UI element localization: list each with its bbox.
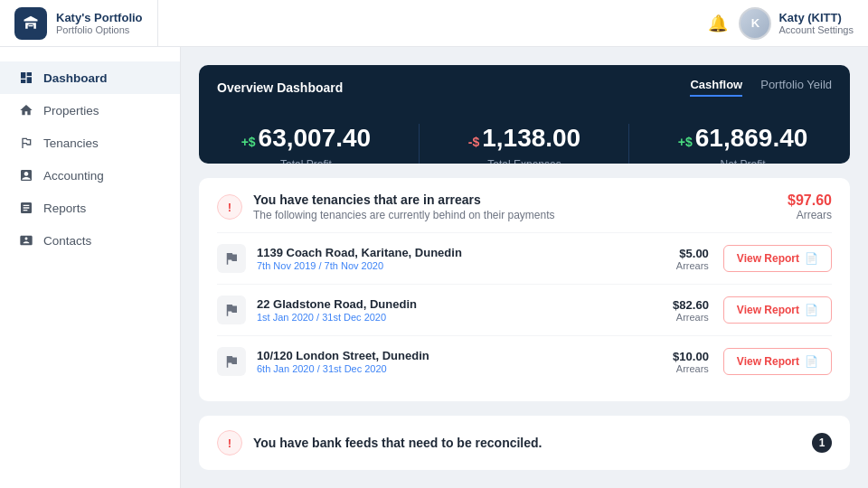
tenancy-row: 10/120 London Street, Dunedin 6th Jan 20… — [217, 335, 832, 387]
metric-value-expenses: 1,138.00 — [482, 124, 580, 152]
layout: Dashboard Properties Tenancies Accountin… — [0, 47, 868, 488]
metric-prefix-net: +$ — [678, 135, 693, 149]
overview-card: Overview Dashboard Cashflow Portfolio Ye… — [199, 65, 850, 164]
tenancies-icon — [18, 135, 34, 151]
sidebar-label-contacts: Contacts — [43, 234, 91, 248]
metric-prefix-expenses: -$ — [468, 135, 479, 149]
sidebar-item-dashboard[interactable]: Dashboard — [0, 61, 180, 94]
tenancy-address-1: 22 Gladstone Road, Dunedin — [257, 297, 417, 311]
home-icon — [18, 102, 34, 118]
sidebar-label-accounting: Accounting — [43, 169, 104, 183]
user-name: Katy (KITT) — [778, 11, 854, 24]
alert-left: ! You have tenancies that are in arrears… — [217, 192, 555, 221]
arrears-card: ! You have tenancies that are in arrears… — [199, 178, 850, 401]
tenancy-address-0: 1139 Coach Road, Karitane, Dunedin — [257, 246, 462, 259]
view-report-button-2[interactable]: View Report 📄 — [723, 348, 832, 375]
tenancy-dates-2: 6th Jan 2020 / 31st Dec 2020 — [257, 363, 429, 374]
metric-value-profit: 63,007.40 — [259, 124, 372, 152]
alert-amount: $97.60 Arrears — [788, 192, 832, 221]
tenancy-row: 22 Gladstone Road, Dunedin 1st Jan 2020 … — [217, 284, 832, 335]
overview-metrics: +$63,007.40 Total Profit -$1,138.00 Tota… — [199, 106, 850, 164]
overview-title: Overview Dashboard — [217, 80, 343, 95]
bell-icon[interactable]: 🔔 — [708, 14, 728, 33]
overview-header: Overview Dashboard Cashflow Portfolio Ye… — [199, 65, 850, 106]
report-icon-1: 📄 — [805, 304, 818, 316]
bank-feeds-card: ! You have bank feeds that need to be re… — [199, 416, 850, 470]
tenancy-icon-2 — [217, 347, 246, 376]
tenancy-amount-1: $82.60 Arrears — [673, 298, 709, 323]
tenancy-left-1: 22 Gladstone Road, Dunedin 1st Jan 2020 … — [217, 296, 417, 324]
bank-feeds-badge: 1 — [812, 433, 832, 453]
reports-icon — [18, 200, 34, 216]
metric-prefix-profit: +$ — [241, 135, 256, 149]
tenancy-icon-1 — [217, 296, 246, 324]
tenancy-right-1: $82.60 Arrears View Report 📄 — [673, 296, 832, 324]
alert-title: You have tenancies that are in arrears — [253, 192, 555, 207]
sidebar-item-accounting[interactable]: Accounting — [0, 159, 180, 192]
tenancy-amount-0: $5.00 Arrears — [676, 247, 709, 271]
alert-subtitle: The following tenancies are currently be… — [253, 209, 555, 221]
sidebar-label-tenancies: Tenancies — [43, 136, 99, 150]
user-account-settings[interactable]: Account Settings — [778, 24, 854, 35]
sidebar-item-reports[interactable]: Reports — [0, 192, 180, 224]
sidebar-label-reports: Reports — [43, 202, 86, 215]
logo-icon — [14, 7, 47, 40]
metric-divider-2 — [628, 124, 629, 164]
logo-area: Katy's Portfolio Portfolio Options — [0, 0, 158, 47]
tenancy-dates-1: 1st Jan 2020 / 31st Dec 2020 — [257, 312, 417, 323]
tenancy-info-1: 22 Gladstone Road, Dunedin 1st Jan 2020 … — [257, 297, 417, 323]
tenancy-right-2: $10.00 Arrears View Report 📄 — [673, 348, 832, 375]
logo-svg — [22, 14, 40, 33]
view-report-button-1[interactable]: View Report 📄 — [723, 296, 832, 324]
view-report-button-0[interactable]: View Report 📄 — [723, 245, 832, 272]
metric-label-net: Net Profit — [721, 158, 766, 164]
header-left: Katy's Portfolio Portfolio Options — [0, 0, 158, 47]
sidebar-label-dashboard: Dashboard — [43, 71, 108, 85]
alert-warning-icon: ! — [217, 194, 242, 220]
bank-feeds-left: ! You have bank feeds that need to be re… — [217, 430, 542, 455]
metric-label-expenses: Total Expenses — [487, 158, 561, 164]
accounting-icon — [18, 167, 34, 183]
tenancy-info-2: 10/120 London Street, Dunedin 6th Jan 20… — [257, 349, 429, 374]
sidebar-item-tenancies[interactable]: Tenancies — [0, 127, 180, 159]
metric-total-expenses: -$1,138.00 Total Expenses — [468, 124, 580, 164]
alert-amount-value: $97.60 — [788, 192, 832, 209]
tenancy-row: 1139 Coach Road, Karitane, Dunedin 7th N… — [217, 232, 832, 284]
logo-text: Katy's Portfolio Portfolio Options — [56, 11, 143, 35]
tab-portfolio-yield[interactable]: Portfolio Yeild — [760, 78, 832, 97]
tenancy-left-0: 1139 Coach Road, Karitane, Dunedin 7th N… — [217, 244, 462, 273]
tenancy-left-2: 10/120 London Street, Dunedin 6th Jan 20… — [217, 347, 429, 376]
report-icon-2: 📄 — [805, 355, 818, 368]
tenancy-info-0: 1139 Coach Road, Karitane, Dunedin 7th N… — [257, 246, 462, 271]
user-info: Katy (KITT) Account Settings — [778, 11, 854, 35]
overview-tabs: Cashflow Portfolio Yeild — [690, 78, 832, 97]
alert-header: ! You have tenancies that are in arrears… — [217, 192, 832, 221]
avatar: K — [739, 7, 771, 40]
bank-feeds-title: You have bank feeds that need to be reco… — [253, 436, 542, 450]
metric-value-net: 61,869.40 — [695, 124, 808, 152]
sidebar-item-properties[interactable]: Properties — [0, 94, 180, 127]
tenancy-dates-0: 7th Nov 2019 / 7th Nov 2020 — [257, 260, 462, 271]
sidebar: Dashboard Properties Tenancies Accountin… — [0, 47, 181, 488]
sidebar-label-properties: Properties — [43, 104, 99, 117]
sidebar-item-contacts[interactable]: Contacts — [0, 224, 180, 257]
avatar-area: K Katy (KITT) Account Settings — [739, 7, 854, 40]
header-right: 🔔 K Katy (KITT) Account Settings — [708, 7, 854, 40]
contacts-icon — [18, 232, 34, 249]
tenancy-address-2: 10/120 London Street, Dunedin — [257, 349, 429, 362]
report-icon-0: 📄 — [805, 252, 818, 265]
metric-net-profit: +$61,869.40 Net Profit — [678, 124, 808, 164]
logo-subtitle: Portfolio Options — [56, 24, 143, 35]
logo-title: Katy's Portfolio — [56, 11, 143, 24]
tenancy-right-0: $5.00 Arrears View Report 📄 — [676, 245, 832, 272]
bank-warning-icon: ! — [217, 430, 242, 455]
metric-divider-1 — [419, 124, 420, 164]
header: Katy's Portfolio Portfolio Options 🔔 K K… — [0, 0, 868, 47]
main-content: Overview Dashboard Cashflow Portfolio Ye… — [181, 47, 868, 488]
tab-cashflow[interactable]: Cashflow — [690, 78, 742, 97]
alert-amount-label: Arrears — [788, 209, 832, 221]
tenancy-icon-0 — [217, 244, 246, 273]
dashboard-icon — [18, 70, 34, 86]
metric-label-profit: Total Profit — [280, 158, 332, 164]
alert-text: You have tenancies that are in arrears T… — [253, 192, 555, 221]
